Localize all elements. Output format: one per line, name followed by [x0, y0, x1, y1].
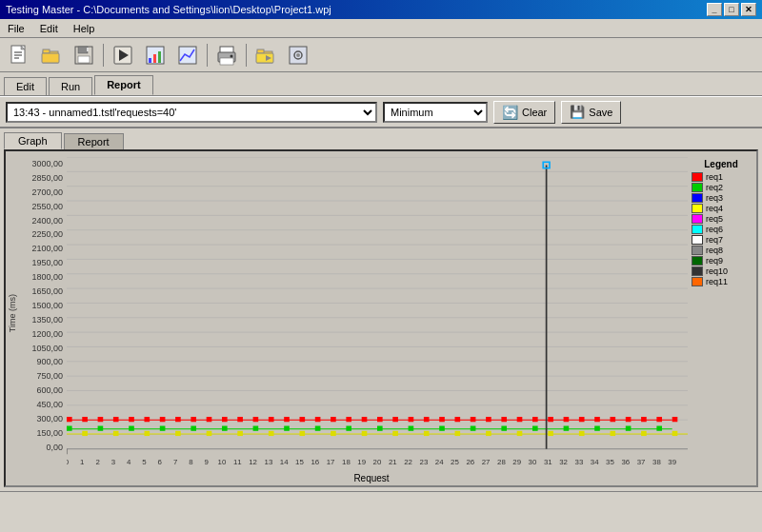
toolbar-new[interactable]	[4, 42, 34, 69]
svg-rect-127	[517, 431, 523, 436]
svg-text:27: 27	[482, 458, 491, 466]
legend-req10: req10	[692, 266, 751, 276]
toolbar-report1[interactable]	[140, 42, 170, 69]
svg-rect-95	[129, 426, 134, 431]
legend-color-req6	[692, 225, 703, 234]
save-button[interactable]: 💾 Save	[561, 101, 621, 124]
tab-edit[interactable]: Edit	[4, 77, 47, 95]
svg-text:11: 11	[233, 458, 242, 466]
tab-graph[interactable]: Graph	[4, 132, 62, 149]
clear-button[interactable]: 🔄 Clear	[493, 101, 555, 124]
svg-rect-121	[331, 431, 336, 436]
svg-rect-11	[87, 48, 89, 51]
svg-rect-124	[424, 431, 430, 436]
tab-run[interactable]: Run	[49, 77, 92, 95]
svg-rect-90	[641, 417, 647, 422]
svg-rect-85	[564, 417, 570, 422]
svg-rect-98	[222, 426, 228, 431]
tab-report-inner[interactable]: Report	[64, 133, 124, 149]
svg-text:16: 16	[311, 458, 319, 466]
tab-report[interactable]: Report	[94, 75, 152, 95]
svg-rect-56	[113, 417, 119, 422]
svg-rect-99	[253, 426, 259, 431]
svg-rect-79	[471, 417, 476, 422]
svg-rect-53	[67, 417, 72, 422]
svg-text:5: 5	[142, 458, 146, 466]
close-button[interactable]: ✕	[741, 3, 756, 16]
svg-rect-21	[220, 58, 233, 65]
svg-rect-93	[67, 426, 72, 431]
svg-text:39: 39	[668, 458, 676, 466]
svg-rect-96	[160, 426, 166, 431]
legend-req2: req2	[692, 183, 751, 192]
svg-text:9: 9	[205, 458, 209, 466]
svg-rect-67	[284, 417, 290, 422]
svg-rect-87	[594, 417, 600, 422]
svg-rect-113	[82, 431, 88, 436]
svg-text:4: 4	[127, 458, 131, 466]
legend-color-req1	[692, 172, 703, 182]
svg-rect-86	[579, 417, 585, 422]
svg-rect-55	[98, 417, 104, 422]
svg-rect-130	[611, 431, 616, 436]
separator-2	[207, 44, 208, 67]
menu-bar: File Edit Help	[0, 19, 762, 38]
legend-color-req9	[692, 256, 703, 266]
window-title: Testing Master - C:\Documents and Settin…	[6, 4, 331, 15]
svg-rect-131	[641, 431, 647, 436]
menu-edit[interactable]: Edit	[36, 22, 62, 35]
legend-req11: req11	[692, 277, 751, 286]
top-tab-row: Edit Run Report	[0, 72, 762, 96]
svg-rect-102	[346, 426, 351, 431]
svg-text:29: 29	[512, 458, 521, 466]
svg-rect-64	[237, 417, 243, 422]
svg-rect-65	[253, 417, 259, 422]
toolbar-print[interactable]	[211, 42, 242, 69]
svg-rect-63	[222, 417, 228, 422]
svg-rect-110	[594, 426, 600, 431]
svg-text:32: 32	[559, 458, 568, 466]
separator-3	[246, 44, 247, 67]
menu-help[interactable]: Help	[70, 22, 99, 35]
toolbar-project-open[interactable]	[251, 42, 281, 69]
svg-rect-88	[611, 417, 616, 422]
toolbar-settings[interactable]	[283, 42, 313, 69]
toolbar-report2[interactable]	[172, 42, 203, 69]
separator-1	[103, 44, 104, 67]
x-axis-label: Request	[63, 473, 680, 485]
svg-rect-107	[501, 426, 507, 431]
svg-rect-116	[175, 431, 181, 436]
svg-text:8: 8	[189, 458, 192, 466]
svg-rect-119	[269, 431, 274, 436]
toolbar-run[interactable]	[108, 42, 138, 69]
svg-rect-66	[269, 417, 274, 422]
title-bar-buttons[interactable]: _ □ ✕	[707, 3, 756, 16]
toolbar-save[interactable]	[69, 42, 99, 69]
session-dropdown[interactable]: 13:43 - unnamed1.tstl'requests=40'	[6, 102, 377, 123]
svg-rect-129	[579, 431, 585, 436]
svg-rect-117	[207, 431, 212, 436]
title-bar: Testing Master - C:\Documents and Settin…	[0, 0, 762, 19]
svg-text:22: 22	[404, 458, 412, 466]
minimize-button[interactable]: _	[707, 3, 722, 16]
toolbar-open[interactable]	[36, 42, 67, 69]
svg-rect-62	[207, 417, 212, 422]
type-dropdown[interactable]: Minimum Maximum Average	[383, 102, 488, 123]
y-axis-labels: 3000,00 2850,00 2700,00 2550,00 2400,00 …	[19, 157, 67, 469]
svg-rect-78	[455, 417, 461, 422]
svg-rect-60	[175, 417, 181, 422]
legend: Legend req1 req2 req3 req4 req5	[688, 157, 754, 469]
maximize-button[interactable]: □	[724, 3, 739, 16]
legend-req5: req5	[692, 214, 751, 224]
report-toolbar: 13:43 - unnamed1.tstl'requests=40' Minim…	[0, 96, 762, 128]
svg-rect-103	[377, 426, 383, 431]
legend-req1: req1	[692, 172, 751, 182]
menu-file[interactable]: File	[4, 22, 29, 35]
svg-text:25: 25	[451, 458, 459, 466]
svg-text:3: 3	[111, 458, 115, 466]
svg-text:0: 0	[67, 458, 69, 466]
svg-rect-89	[626, 417, 632, 422]
legend-color-req8	[692, 246, 703, 255]
svg-rect-68	[300, 417, 306, 422]
svg-text:36: 36	[621, 458, 630, 466]
